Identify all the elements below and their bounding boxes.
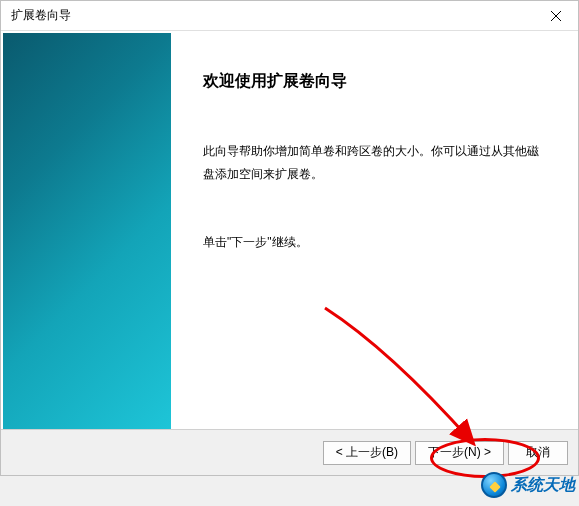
- close-icon: [551, 11, 561, 21]
- watermark: 系统天地: [481, 472, 575, 498]
- dialog-body: 欢迎使用扩展卷向导 此向导帮助你增加简单卷和跨区卷的大小。你可以通过从其他磁盘添…: [1, 31, 578, 431]
- next-button[interactable]: 下一步(N) >: [415, 441, 504, 465]
- wizard-heading: 欢迎使用扩展卷向导: [203, 71, 548, 92]
- wizard-content: 欢迎使用扩展卷向导 此向导帮助你增加简单卷和跨区卷的大小。你可以通过从其他磁盘添…: [171, 31, 578, 431]
- wizard-instruction: 单击"下一步"继续。: [203, 234, 548, 251]
- back-button[interactable]: < 上一步(B): [323, 441, 411, 465]
- watermark-globe-icon: [481, 472, 507, 498]
- watermark-text: 系统天地: [511, 475, 575, 496]
- titlebar: 扩展卷向导: [1, 1, 578, 31]
- wizard-side-banner: [3, 33, 171, 431]
- button-bar: < 上一步(B) 下一步(N) > 取消: [1, 429, 578, 475]
- wizard-dialog: 扩展卷向导 欢迎使用扩展卷向导 此向导帮助你增加简单卷和跨区卷的大小。你可以通过…: [0, 0, 579, 476]
- dialog-title: 扩展卷向导: [1, 7, 71, 24]
- wizard-description: 此向导帮助你增加简单卷和跨区卷的大小。你可以通过从其他磁盘添加空间来扩展卷。: [203, 140, 548, 186]
- close-button[interactable]: [533, 1, 578, 31]
- cancel-button[interactable]: 取消: [508, 441, 568, 465]
